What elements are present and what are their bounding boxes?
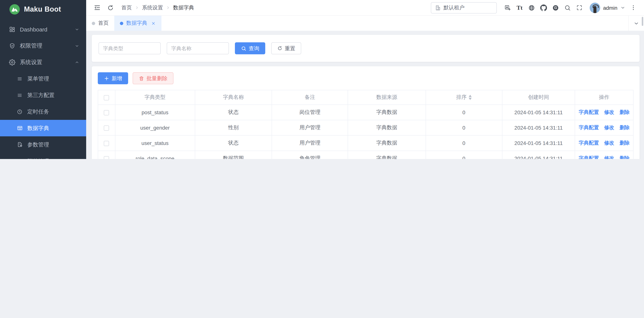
column-header: 备注	[272, 90, 348, 105]
dict-config-link[interactable]: 字典配置	[579, 109, 599, 115]
edit-link[interactable]: 修改	[604, 140, 614, 146]
user-menu[interactable]: admin	[590, 2, 625, 13]
row-checkbox[interactable]	[104, 156, 109, 159]
breadcrumb: 首页系统设置数据字典	[122, 4, 194, 11]
row-select-cell	[98, 120, 115, 136]
search-icon[interactable]	[562, 2, 573, 13]
edit-link[interactable]: 修改	[604, 125, 614, 130]
refresh-icon	[277, 46, 282, 51]
tab-label: 首页	[98, 20, 109, 26]
table-row: post_status状态岗位管理字典数据02024-01-05 14:31:1…	[98, 105, 633, 120]
row-select-cell	[98, 105, 115, 120]
dict-config-link[interactable]: 字典配置	[579, 156, 599, 159]
edit-link[interactable]: 修改	[604, 156, 614, 159]
scrollbar-thumb[interactable]	[642, 17, 643, 26]
sidebar-item-scheduled-tasks[interactable]: 定时任务	[0, 104, 86, 120]
cell-name: 数据范围	[195, 151, 272, 159]
folder-icon	[16, 158, 23, 159]
sidebar-item-data-dictionary[interactable]: 数据字典	[0, 120, 86, 136]
globe-icon[interactable]	[526, 2, 537, 13]
gitee-icon[interactable]	[550, 2, 561, 13]
row-checkbox[interactable]	[104, 141, 109, 146]
sort-control[interactable]: 排序	[456, 94, 472, 101]
sidebar-menu: Dashboard权限管理系统设置菜单管理第三方配置定时任务数据字典参数管理附件…	[0, 19, 86, 159]
cell-source: 字典数据	[348, 151, 426, 159]
translate-icon[interactable]	[502, 2, 513, 13]
refresh-icon[interactable]	[105, 2, 116, 13]
search-icon	[241, 46, 246, 51]
cell-type: post_status	[115, 105, 195, 120]
search-form-card: 查询 重置	[92, 35, 640, 62]
cell-sort: 0	[426, 136, 502, 151]
row-checkbox[interactable]	[104, 110, 109, 115]
select-all-checkbox[interactable]	[104, 95, 109, 100]
reset-button-label: 重置	[285, 46, 295, 51]
cell-name: 状态	[195, 136, 272, 151]
chevron-right-icon	[134, 5, 139, 10]
cell-remark: 用户管理	[272, 136, 348, 151]
dict-type-input[interactable]	[98, 42, 161, 54]
table-card: 新增 批量删除 字典类型字典名称备注数据来源排序创建时间操作 post_stat…	[92, 66, 640, 159]
breadcrumb-item[interactable]: 首页	[122, 4, 132, 11]
dict-name-input[interactable]	[167, 42, 229, 54]
sidebar-item-label: 第三方配置	[27, 92, 54, 99]
cell-type: role_data_scope	[115, 151, 195, 159]
fullscreen-icon[interactable]	[574, 2, 585, 13]
cell-created: 2024-01-05 14:31:11	[502, 120, 575, 136]
collapse-sidebar-icon[interactable]	[92, 2, 103, 13]
sidebar-item-system-settings[interactable]: 系统设置	[0, 54, 86, 70]
caret-down-icon	[468, 98, 472, 100]
row-actions-cell: 字典配置修改删除	[575, 151, 633, 159]
maku-logo-icon	[9, 4, 20, 15]
cell-type: user_status	[115, 136, 195, 151]
sidebar-item-dashboard[interactable]: Dashboard	[0, 21, 86, 38]
logo[interactable]: Maku Boot	[0, 0, 86, 19]
tab-data-dictionary[interactable]: 数据字典	[114, 16, 162, 31]
delete-link[interactable]: 删除	[620, 140, 630, 146]
caret-up-icon	[468, 95, 472, 97]
sidebar-item-third-party-config[interactable]: 第三方配置	[0, 87, 86, 104]
tab-home[interactable]: 首页	[86, 16, 114, 31]
row-select-cell	[98, 136, 115, 151]
chevron-down-icon	[634, 20, 639, 26]
row-checkbox[interactable]	[104, 126, 109, 131]
sidebar-item-params-management[interactable]: 参数管理	[0, 136, 86, 153]
dict-config-link[interactable]: 字典配置	[579, 140, 599, 146]
close-icon[interactable]	[151, 21, 156, 26]
cell-name: 状态	[195, 105, 272, 120]
cell-created: 2024-01-05 14:31:11	[502, 151, 575, 159]
list-icon	[16, 76, 23, 82]
sidebar-item-menu-management[interactable]: 菜单管理	[0, 70, 86, 87]
cell-source: 字典数据	[348, 120, 426, 136]
header-select-all-cell	[98, 90, 115, 105]
batch-delete-button[interactable]: 批量删除	[132, 72, 174, 84]
delete-link[interactable]: 删除	[620, 109, 630, 115]
tenant-select[interactable]: 默认租户	[431, 2, 497, 13]
query-button[interactable]: 查询	[235, 42, 265, 54]
sidebar-item-label: 菜单管理	[27, 75, 49, 82]
reset-button[interactable]: 重置	[271, 42, 301, 54]
chevron-right-icon	[166, 5, 170, 10]
github-icon[interactable]	[538, 2, 549, 13]
clock-icon	[16, 108, 23, 115]
trash-icon	[138, 76, 144, 81]
kebab-menu-icon[interactable]	[628, 2, 639, 13]
breadcrumb-item[interactable]: 系统设置	[142, 4, 163, 11]
table-header-row: 字典类型字典名称备注数据来源排序创建时间操作	[98, 90, 633, 105]
edit-link[interactable]: 修改	[604, 109, 614, 115]
font-size-icon[interactable]: Tt	[514, 2, 525, 13]
column-header: 字典名称	[195, 90, 272, 105]
page-content: 查询 重置 新增 批量删除	[86, 31, 644, 159]
row-actions-cell: 字典配置修改删除	[575, 136, 633, 151]
dict-config-link[interactable]: 字典配置	[579, 125, 599, 130]
avatar	[590, 2, 600, 13]
username: admin	[603, 5, 618, 11]
cell-sort: 0	[426, 105, 502, 120]
cell-name: 性别	[195, 120, 272, 136]
sidebar-item-permissions[interactable]: 权限管理	[0, 38, 86, 54]
delete-link[interactable]: 删除	[620, 125, 630, 130]
chevron-down-icon	[620, 5, 625, 10]
delete-link[interactable]: 删除	[620, 156, 630, 159]
add-button[interactable]: 新增	[98, 72, 128, 84]
sidebar-item-attachment-management[interactable]: 附件管理	[0, 153, 86, 159]
